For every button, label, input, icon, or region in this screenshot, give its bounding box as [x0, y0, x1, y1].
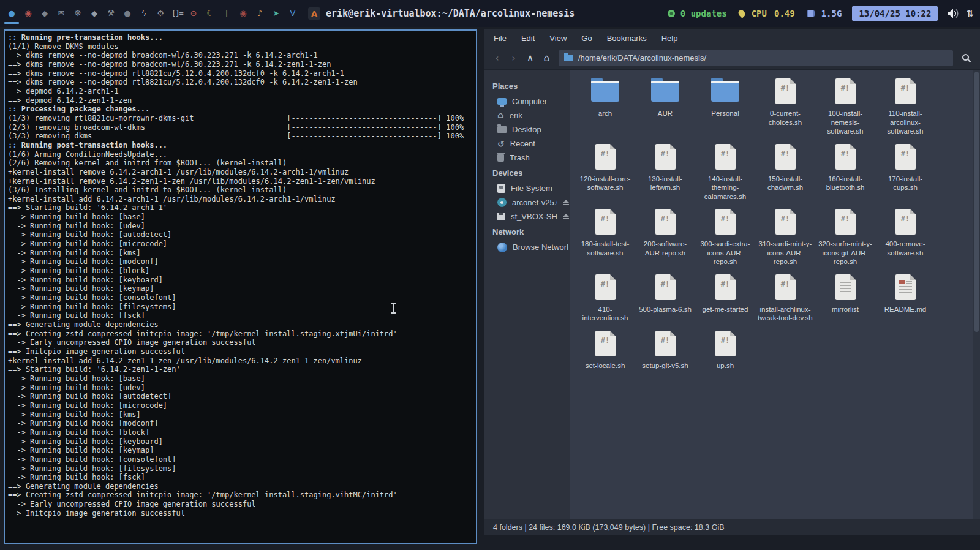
menu-go[interactable]: Go: [574, 34, 599, 43]
file-140-install-theming-calamares-sh[interactable]: #!140-install-theming-calamares.sh: [696, 143, 755, 202]
cross-app-icon[interactable]: †: [221, 8, 232, 19]
scrollbar-thumb[interactable]: [974, 72, 979, 332]
back-button[interactable]: ‹: [489, 50, 505, 66]
lightning-icon[interactable]: ϟ: [138, 8, 149, 19]
terminal-line: -> Running build hook: [modconf]: [8, 257, 476, 266]
file-120-install-core-software-sh[interactable]: #!120-install-core-software.sh: [576, 143, 635, 192]
vivaldi-icon[interactable]: V: [287, 8, 298, 19]
files-pane: archAURPersonal#!0-current-choices.sh#!1…: [570, 70, 980, 519]
menu-view[interactable]: View: [542, 34, 574, 43]
file-install-archlinux-tweak-tool-dev-sh[interactable]: #!install-archlinux-tweak-tool-dev.sh: [756, 274, 815, 323]
cpu-widget[interactable]: CPU0.49: [752, 9, 795, 18]
file-0-current-choices-sh[interactable]: #!0-current-choices.sh: [756, 78, 815, 127]
drive-icon: [497, 184, 505, 193]
night-mode-icon[interactable]: ☾: [205, 8, 216, 19]
scrollbar[interactable]: [973, 70, 980, 519]
media-volume-icon[interactable]: ♪: [254, 8, 265, 19]
sidebar-item-computer[interactable]: Computer: [484, 94, 570, 108]
file-100-install-nemesis-software-sh[interactable]: #!100-install-nemesis-software.sh: [816, 78, 875, 136]
file-180-install-test-software-sh[interactable]: #!180-install-test-software.sh: [576, 208, 635, 257]
terminal-line: :: Running pre-transaction hooks...: [8, 33, 476, 42]
home-button[interactable]: ⌂: [538, 50, 555, 66]
sidebar-item-recent[interactable]: ↺Recent: [484, 137, 570, 151]
terminal-line: ==> dkms remove --no-depmod broadcom-wl/…: [8, 60, 476, 69]
forward-button[interactable]: ›: [505, 50, 522, 66]
file-label: arch: [598, 109, 612, 118]
up-button[interactable]: ∧: [522, 50, 538, 66]
script-file-icon: #!: [835, 78, 856, 104]
file-setup-git-v5-sh[interactable]: #!setup-git-v5.sh: [636, 330, 695, 371]
file-personal[interactable]: Personal: [696, 78, 755, 118]
terminal-window[interactable]: :: Running pre-transaction hooks...(1/1)…: [4, 29, 477, 544]
sidebar-item-trash[interactable]: Trash: [484, 151, 570, 165]
mail-icon[interactable]: ✉: [56, 8, 67, 19]
sidebar-item-file-system[interactable]: File System: [484, 181, 570, 195]
file-130-install-leftwm-sh[interactable]: #!130-install-leftwm.sh: [636, 143, 695, 192]
volume-icon[interactable]: [947, 8, 960, 19]
eject-icon[interactable]: [563, 214, 568, 219]
file-400-remove-software-sh[interactable]: #!400-remove-software.sh: [876, 208, 935, 257]
file-310-sardi-mint-y-icons-aur-repo-sh[interactable]: #!310-sardi-mint-y-icons-AUR-repo.sh: [756, 208, 815, 266]
file-get-me-started[interactable]: #!get-me-started: [696, 274, 755, 314]
file-170-install-cups-sh[interactable]: #!170-install-cups.sh: [876, 143, 935, 192]
sidebar-item-desktop[interactable]: Desktop: [484, 122, 570, 137]
file-aur[interactable]: AUR: [636, 78, 695, 118]
browser-icon[interactable]: ●: [6, 8, 17, 19]
file-320-surfn-mint-y-icons-git-aur-repo-sh[interactable]: #!320-surfn-mint-y-icons-git-AUR-repo.sh: [816, 208, 875, 266]
file-iconbox: [711, 78, 739, 105]
menu-help[interactable]: Help: [654, 34, 685, 43]
file-iconbox: #!: [595, 274, 616, 301]
file-150-install-chadwm-sh[interactable]: #!150-install-chadwm.sh: [756, 143, 815, 192]
file-readme-md[interactable]: README.md: [876, 274, 935, 314]
security-shield-icon[interactable]: ◆: [89, 8, 100, 19]
file-label: 0-current-choices.sh: [756, 109, 814, 127]
record-icon[interactable]: ◉: [238, 8, 249, 19]
updates-count[interactable]: 0 updates: [680, 9, 727, 18]
droplet-icon[interactable]: ●: [122, 8, 133, 19]
file-300-sardi-extra-icons-aur-repo-sh[interactable]: #!300-sardi-extra-icons-AUR-repo.sh: [696, 208, 755, 266]
menu-edit[interactable]: Edit: [514, 34, 542, 43]
memory-value[interactable]: 1.5G: [821, 9, 842, 18]
file-160-install-bluetooth-sh[interactable]: #!160-install-bluetooth.sh: [816, 143, 875, 192]
hashbang-glyph: #!: [901, 84, 910, 104]
network-traffic-icon[interactable]: ⇅: [966, 8, 974, 19]
menu-file[interactable]: File: [486, 34, 514, 43]
package-update-icon[interactable]: ◉: [23, 8, 34, 19]
terminal-line: -> Running build hook: [base]: [8, 213, 476, 222]
fan-settings-icon[interactable]: ☸: [72, 8, 83, 19]
sidebar-item-erik[interactable]: ⌂erik: [484, 108, 570, 122]
file-410-intervention-sh[interactable]: #!410-intervention.sh: [576, 274, 635, 323]
script-file-icon: #!: [655, 209, 676, 235]
file-500-plasma-6-sh[interactable]: #!500-plasma-6.sh: [636, 274, 695, 314]
hashbang-glyph: #!: [601, 214, 609, 235]
eject-icon[interactable]: [563, 200, 568, 205]
sidebar-item-browse-network[interactable]: Browse Network: [484, 240, 570, 254]
search-button[interactable]: [958, 50, 975, 66]
file-set-locale-sh[interactable]: #!set-locale.sh: [576, 330, 635, 371]
file-arch[interactable]: arch: [576, 78, 635, 118]
file-label: 500-plasma-6.sh: [639, 305, 692, 314]
do-not-disturb-icon[interactable]: ⊖: [188, 8, 199, 19]
path-folder-icon: [564, 55, 573, 61]
file-up-sh[interactable]: #!up.sh: [696, 330, 755, 371]
script-file-icon: #!: [775, 274, 796, 300]
window-title-text: erik@erik-virtualbox:~/DATA/arcolinux-ne…: [326, 8, 575, 19]
menu-bookmarks[interactable]: Bookmarks: [600, 34, 654, 43]
sidebar-item-sf-vbox-sha[interactable]: sf_VBOX-SHA...: [484, 209, 570, 224]
clock[interactable]: 13/04/25 10:22: [852, 6, 938, 21]
telegram-icon[interactable]: ➤: [271, 8, 282, 19]
terminal-line: (3/6) Installing kernel and initrd to $B…: [8, 186, 476, 195]
file-mirrorlist[interactable]: mirrorlist: [816, 274, 875, 314]
computer-icon: [497, 98, 507, 105]
terminal-line: ==> Initcpio image generation successful: [8, 347, 476, 356]
terminal-logo-icon[interactable]: []=: [172, 8, 183, 19]
shield-icon[interactable]: ◆: [39, 8, 50, 19]
sidebar-item-arconet-v25-0[interactable]: arconet-v25.0...: [484, 195, 570, 209]
path-bar[interactable]: /home/erik/DATA/arcolinux-nemesis/: [559, 50, 953, 66]
file-200-software-aur-repo-sh[interactable]: #!200-software-AUR-repo.sh: [636, 208, 695, 257]
file-110-install-arcolinux-software-sh[interactable]: #!110-install-arcolinux-software.sh: [876, 78, 935, 136]
terminal-line: -> Running build hook: [keymap]: [8, 446, 476, 455]
tools-icon[interactable]: ⚒: [105, 8, 116, 19]
terminal-line: ==> Generating module dependencies: [8, 320, 476, 330]
gear-icon[interactable]: ⚙: [155, 8, 166, 19]
